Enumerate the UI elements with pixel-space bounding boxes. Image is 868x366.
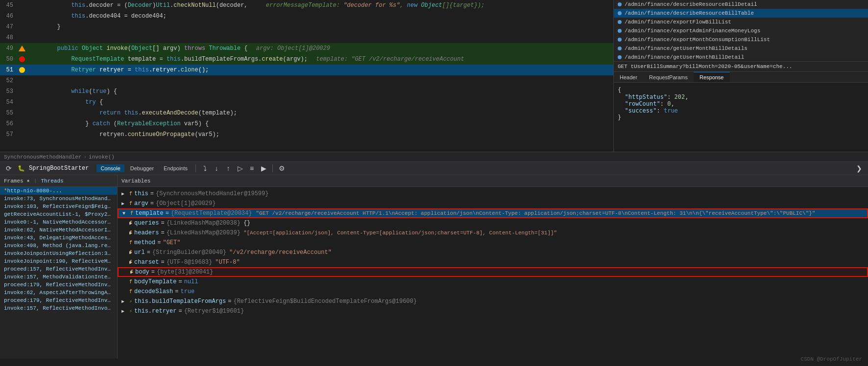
frames-label: Frames ✶ — [4, 178, 30, 184]
variables-content: ▶ f this = {SynchronousMethodHandler@195… — [118, 187, 868, 359]
debug-tab-endpoints[interactable]: Endpoints — [160, 164, 192, 172]
code-line-48: 48 — [0, 32, 613, 43]
code-line-57: 57 retryen.continueOnPropagate(var5); — [0, 129, 613, 140]
code-line-45: 45 this.decoder = (Decoder)Util.checkNot… — [0, 0, 613, 11]
variables-panel: Variables ▶ f this = {SynchronousMethodH… — [118, 175, 868, 359]
frame-item-1[interactable]: invoke:73, SynchronousMethodHandl... — [0, 195, 117, 203]
frame-item-5[interactable]: invoke:62, NativeMethodAccessorImp... — [0, 226, 117, 234]
breakpoint-icon[interactable] — [19, 56, 25, 62]
tab-requestparams[interactable]: RequestParams — [643, 72, 694, 82]
code-line-56: 56 } catch (RetryableException var5) { — [0, 118, 613, 129]
step-over-btn[interactable]: ⤵ — [200, 163, 210, 173]
endpoint-item-6[interactable]: /admin/finance/getUserMonthBillDetails — [614, 44, 868, 53]
evaluate-btn[interactable]: ≡ — [247, 163, 257, 173]
debug-toolbar: ⟳ 🐛 SpringBootStarter Console Debugger E… — [0, 161, 868, 175]
variables-panel-header: Variables — [118, 175, 868, 187]
frame-item-15[interactable]: invoke:157, ReflectiveMethodInvoca... — [0, 304, 117, 312]
var-row-queries[interactable]: ▶ f queries = {LinkedHashMap@20038} {} — [118, 218, 868, 228]
code-line-55: 55 return this.executeAndDecode(template… — [0, 108, 613, 118]
code-panel: 45 this.decoder = (Decoder)Util.checkNot… — [0, 0, 613, 152]
var-row-bodytemplate[interactable]: f bodyTemplate = null — [118, 277, 868, 287]
breakpoint-warning-icon — [19, 46, 25, 51]
breadcrumb-class: SynchronousMethodHandler — [4, 154, 81, 160]
run-to-cursor-btn[interactable]: ▷ — [235, 163, 245, 173]
request-bar: GET tUserBillSummary?billMonth=2020-05&u… — [614, 61, 868, 72]
var-row-template[interactable]: ▼ f template = {RequestTemplate@20034} "… — [118, 208, 868, 218]
frame-item-10[interactable]: proceed:157, ReflectiveMethodInvoca... — [0, 265, 117, 273]
endpoint-item-7[interactable]: /admin/finance/getUserMonthBillDetail — [614, 53, 868, 61]
frame-item-6[interactable]: invoke:43, DelegatingMethodAccesso... — [0, 234, 117, 242]
frames-panel: Frames ✶ | Threads *http-nio-8080-... in… — [0, 175, 118, 359]
debug-area: Frames ✶ | Threads *http-nio-8080-... in… — [0, 175, 868, 359]
endpoint-item-5[interactable]: /admin/finance/exportMonthConsumptionBil… — [614, 35, 868, 44]
frame-item-12[interactable]: proceed:179, ReflectiveMethodInvoca... — [0, 281, 117, 289]
tab-header[interactable]: Header — [614, 72, 643, 82]
endpoint-item-3[interactable]: /admin/finance/exportFlowBillList — [614, 18, 868, 26]
response-content: { "httpStatus": 202, "rowCount": 0, "suc… — [614, 83, 868, 152]
breadcrumb: SynchronousMethodHandler › invoke() — [0, 152, 868, 161]
code-line-46: 46 this.decode404 = decode404; — [0, 11, 613, 22]
debug-tab-console[interactable]: Console — [96, 164, 124, 172]
endpoint-item-2[interactable]: /admin/finance/describeResourceBillTable — [614, 9, 868, 18]
debug-icon: 🐛 — [18, 165, 25, 172]
code-line-47: 47 } — [0, 22, 613, 32]
frame-item-7[interactable]: invoke:498, Method (java.lang.reflect... — [0, 242, 117, 250]
step-out-btn[interactable]: ↑ — [223, 163, 233, 173]
resume-btn[interactable]: ▶ — [259, 163, 268, 173]
frames-list: *http-nio-8080-... invoke:73, Synchronou… — [0, 187, 117, 359]
code-line-54: 54 try { — [0, 97, 613, 108]
var-row-retryer[interactable]: ▶ ⚡ this.retryer = {Retryer$1@19601} — [118, 306, 868, 316]
frames-panel-header: Frames ✶ | Threads — [0, 175, 117, 187]
frame-item-3[interactable]: getReceiveAccountList-1, $Proxy291... — [0, 210, 117, 218]
debug-restart-btn[interactable]: ⟳ — [4, 163, 14, 173]
var-row-argv[interactable]: ▶ f argv = {Object[1]@20029} — [118, 199, 868, 208]
right-panel: /admin/finance/describeResourceBillDetai… — [613, 0, 868, 152]
tab-response[interactable]: Response — [694, 72, 730, 82]
endpoint-list: /admin/finance/describeResourceBillDetai… — [614, 0, 868, 61]
var-row-this[interactable]: ▶ f this = {SynchronousMethodHandler@195… — [118, 189, 868, 199]
var-row-body[interactable]: ▶ f body = {byte[31]@20041} — [118, 267, 868, 277]
code-line-49: 49 public Object invoke(Object[] argv) t… — [0, 43, 613, 54]
var-row-build-template[interactable]: ▶ ⚡ this.buildTemplateFromArgs = {Reflec… — [118, 297, 868, 306]
settings-btn[interactable]: ⚙ — [277, 163, 287, 173]
frame-item-13[interactable]: invoke:62, AspectJAfterThrowingAdvi... — [0, 289, 117, 297]
frame-item-14[interactable]: proceed:179, ReflectiveMethodInvoca... — [0, 297, 117, 304]
var-row-decodeslash[interactable]: f decodeSlash = true — [118, 287, 868, 297]
code-line-51: 51 Retryer retryer = this.retryer.clone(… — [0, 65, 613, 75]
frame-item-2[interactable]: invoke:103, ReflectiveFeign$FeignInvo... — [0, 203, 117, 210]
endpoint-item-1[interactable]: /admin/finance/describeResourceBillDetai… — [614, 0, 868, 9]
threads-label: Threads — [41, 178, 63, 184]
frame-item-11[interactable]: invoke:157, MethodValidationIntercep... — [0, 273, 117, 281]
breadcrumb-method: invoke() — [89, 154, 115, 160]
endpoint-item-4[interactable]: /admin/finance/exportAdminFinanceMoneyLo… — [614, 26, 868, 35]
code-line-50: 50 RequestTemplate template = this.build… — [0, 54, 613, 65]
expand-btn[interactable]: ❯ — [854, 163, 864, 173]
frame-item-4[interactable]: invoke0:-1, NativeMethodAccessorImp... — [0, 218, 117, 226]
watermark: CSDN @DropOfJupiter — [801, 356, 862, 362]
var-row-method[interactable]: f method = "GET" — [118, 238, 868, 248]
response-tabs: Header RequestParams Response — [614, 72, 868, 83]
current-execution-icon — [19, 67, 25, 73]
frame-item-8[interactable]: invokeJoinpointUsingReflection:333, A... — [0, 250, 117, 257]
code-line-52: 52 — [0, 75, 613, 86]
variables-label: Variables — [121, 178, 150, 184]
var-row-url[interactable]: ▶ f url = {StringBuilder@20040} "/v2/rec… — [118, 248, 868, 257]
var-row-headers[interactable]: ▶ f headers = {LinkedHashMap@20039} "[Ac… — [118, 228, 868, 238]
debug-tab-debugger[interactable]: Debugger — [126, 164, 158, 172]
debug-title: SpringBootStarter — [29, 165, 89, 172]
step-into-btn[interactable]: ↓ — [212, 163, 221, 173]
frame-item-9[interactable]: invokeJoinpoint:190, ReflectiveMethod... — [0, 257, 117, 265]
frame-item-0[interactable]: *http-nio-8080-... — [0, 187, 117, 195]
code-line-53: 53 while(true) { — [0, 86, 613, 97]
var-row-charset[interactable]: ▶ f charset = {UTF-8@19683} "UTF-8" — [118, 257, 868, 267]
